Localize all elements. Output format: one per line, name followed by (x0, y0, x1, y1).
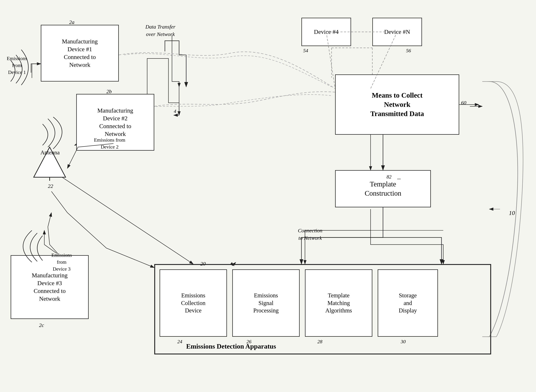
emissions-signal-label: EmissionsSignalProcessing (253, 292, 279, 315)
template-construction-label: TemplateConstruction (365, 180, 401, 198)
emissions-arcs-device3 (11, 230, 50, 262)
ref-2b: 2b (106, 88, 112, 95)
mfg1-label: ManufacturingDevice #1Connected toNetwor… (62, 37, 98, 69)
means-collect-box: Means to CollectNetworkTransmitted Data (335, 75, 459, 135)
ref-10: 10 (509, 209, 515, 217)
ref-24: 24 (177, 338, 182, 345)
ref-60: 60 (461, 99, 466, 106)
mfg2-label: ManufacturingDevice #2Connected toNetwor… (97, 107, 133, 138)
template-construction-box: TemplateConstruction (335, 170, 431, 207)
mfg3-box: ManufacturingDevice #3Connected toNetwor… (11, 255, 89, 319)
storage-display-label: StorageandDisplay (399, 292, 417, 315)
emissions-collection-box: EmissionsCollectionDevice (160, 269, 227, 337)
ref-54: 54 (303, 47, 308, 54)
template-matching-label: TemplateMatchingAlgorithms (325, 292, 352, 315)
ref-2a: 2a (69, 19, 75, 26)
mfg3-label: ManufacturingDevice #3Connected toNetwor… (32, 271, 68, 303)
ref-56: 56 (406, 47, 411, 54)
apparatus-text: Emissions Detection Apparatus (186, 343, 276, 350)
emissions-label-device2: Emissions fromDevice 2 (94, 136, 125, 150)
data-transfer-label: Data Transferover Network (145, 23, 175, 38)
diagram: ManufacturingDevice #1Connected toNetwor… (0, 0, 536, 392)
ref-82: 82 (386, 174, 391, 180)
emissions-collection-label: EmissionsCollectionDevice (181, 292, 205, 315)
mfg1-box: ManufacturingDevice #1Connected toNetwor… (41, 25, 119, 82)
device4-label: Device #4 (314, 28, 339, 36)
svg-line-9 (57, 174, 193, 264)
emissions-arcs-device2 (35, 117, 75, 152)
connection-network-label: Connectionto Network (298, 227, 322, 242)
ref-30: 30 (401, 338, 406, 345)
ref-4: 4 (174, 108, 176, 114)
emissions-label-device1: EmissionsfromDevice 1 (7, 55, 27, 76)
ref-22: 22 (48, 182, 53, 189)
storage-display-box: StorageandDisplay (378, 269, 438, 337)
ref-2c: 2c (39, 322, 44, 329)
deviceN-label: Device #N (384, 28, 410, 36)
deviceN-box: Device #N (372, 18, 422, 46)
emissions-signal-box: EmissionsSignalProcessing (232, 269, 300, 337)
device4-box: Device #4 (301, 18, 351, 46)
ref-28: 28 (317, 338, 322, 345)
apparatus-label: Emissions Detection Apparatus (186, 342, 276, 351)
emissions-label-device3: EmissionsfromDevice 3 (52, 252, 72, 273)
means-collect-label: Means to CollectNetworkTransmitted Data (370, 91, 424, 118)
template-matching-box: TemplateMatchingAlgorithms (305, 269, 372, 337)
